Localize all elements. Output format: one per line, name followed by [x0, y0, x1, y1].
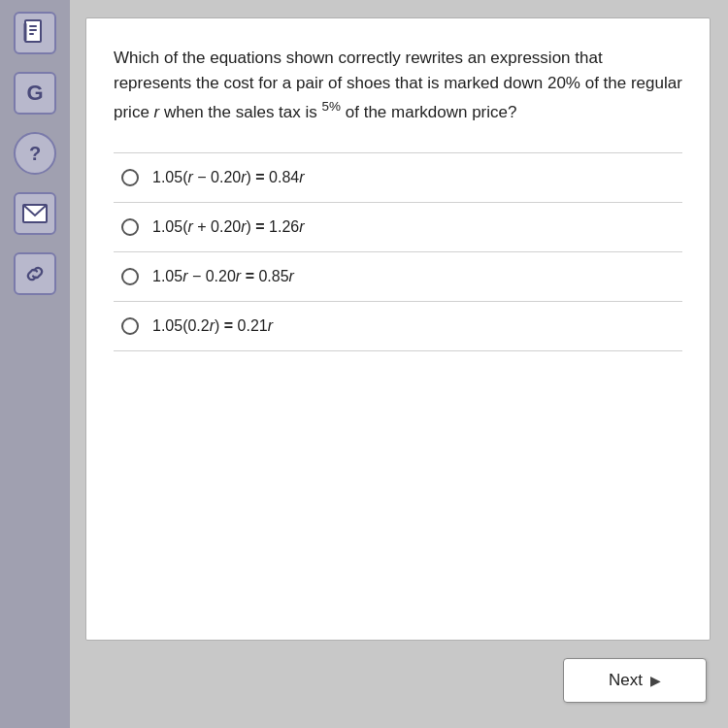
link-icon[interactable]: [14, 252, 56, 295]
footer: Next ▶: [85, 641, 711, 711]
main-content: Which of the equations shown correctly r…: [70, 0, 728, 728]
radio-a[interactable]: [121, 169, 139, 186]
radio-d[interactable]: [121, 317, 139, 335]
option-b[interactable]: 1.05(r + 0.20r) = 1.26r: [114, 203, 682, 252]
svg-rect-3: [29, 33, 34, 35]
mail-icon[interactable]: [14, 192, 56, 235]
option-c[interactable]: 1.05r − 0.20r = 0.85r: [114, 252, 682, 302]
option-d[interactable]: 1.05(0.2r) = 0.21r: [114, 302, 682, 351]
document-icon[interactable]: [14, 12, 56, 54]
radio-b[interactable]: [121, 218, 139, 236]
svg-rect-1: [29, 25, 37, 27]
next-arrow-icon: ▶: [650, 673, 661, 688]
radio-c[interactable]: [121, 268, 139, 285]
option-b-label: 1.05(r + 0.20r) = 1.26r: [152, 218, 305, 236]
question-card: Which of the equations shown correctly r…: [85, 17, 711, 641]
option-a[interactable]: 1.05(r − 0.20r) = 0.84r: [114, 153, 682, 203]
options-list: 1.05(r − 0.20r) = 0.84r 1.05(r + 0.20r) …: [114, 152, 682, 351]
svg-rect-2: [29, 29, 37, 31]
option-c-label: 1.05r − 0.20r = 0.85r: [152, 268, 294, 285]
option-d-label: 1.05(0.2r) = 0.21r: [152, 317, 273, 335]
question-text: Which of the equations shown correctly r…: [114, 46, 682, 125]
option-a-label: 1.05(r − 0.20r) = 0.84r: [152, 169, 305, 186]
tax-label: 5%: [322, 99, 342, 114]
next-button[interactable]: Next ▶: [563, 658, 707, 703]
sidebar: G ?: [0, 0, 70, 728]
variable-r: r: [154, 102, 160, 120]
google-icon[interactable]: G: [14, 72, 56, 115]
help-icon[interactable]: ?: [14, 132, 56, 175]
next-label: Next: [609, 671, 643, 690]
svg-rect-4: [23, 23, 27, 41]
